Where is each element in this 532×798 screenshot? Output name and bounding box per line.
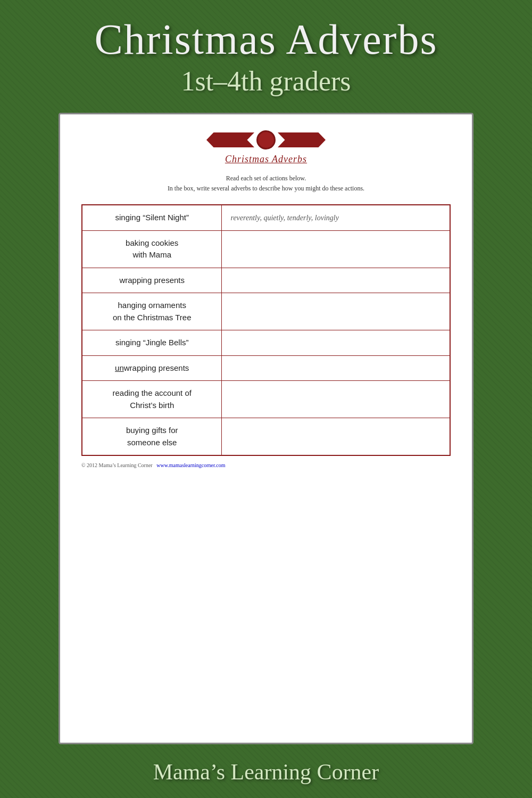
table-row: wrapping presents (82, 268, 450, 293)
table-row: hanging ornamentson the Christmas Tree (82, 293, 450, 330)
bow-knot (256, 130, 276, 149)
action-cell: singing “Jingle Bells” (82, 330, 222, 356)
adverbs-cell (222, 355, 450, 381)
adverbs-cell: reverently, quietly, tenderly, lovingly (222, 205, 450, 230)
action-cell: reading the account ofChrist’s birth (82, 381, 222, 418)
action-cell: hanging ornamentson the Christmas Tree (82, 293, 222, 330)
table-row: baking cookieswith Mama (82, 230, 450, 268)
table-row: singing “Jingle Bells” (82, 330, 450, 356)
action-cell: baking cookieswith Mama (82, 230, 222, 268)
adverbs-cell (222, 268, 450, 293)
table-row: unwrapping presents (82, 355, 450, 381)
adverbs-cell (222, 418, 450, 456)
adverbs-cell (222, 230, 450, 268)
header: Christmas Adverbs 1st–4th graders (0, 0, 532, 107)
page-title: Christmas Adverbs (11, 16, 521, 63)
instruction-line1: Read each set of actions below. (226, 174, 306, 182)
bow-decoration (206, 130, 326, 149)
table-row: reading the account ofChrist’s birth (82, 381, 450, 418)
adverbs-cell (222, 381, 450, 418)
page-subtitle: 1st–4th graders (11, 65, 521, 97)
action-cell: unwrapping presents (82, 355, 222, 381)
instructions: Read each set of actions below. In the b… (168, 173, 364, 194)
bottom-banner: Mama’s Learning Corner (0, 750, 532, 798)
document-title: Christmas Adverbs (225, 154, 307, 165)
adverbs-cell (222, 293, 450, 330)
instruction-line2: In the box, write several adverbs to des… (168, 185, 364, 192)
adverbs-table: singing “Silent Night”reverently, quietl… (81, 204, 451, 456)
ribbon-left (206, 132, 254, 147)
action-cell: wrapping presents (82, 268, 222, 293)
action-cell: buying gifts forsomeone else (82, 418, 222, 456)
website-link[interactable]: www.mamaslearningcorner.com (156, 462, 225, 468)
paper-container: Christmas Adverbs Read each set of actio… (59, 113, 473, 744)
copyright-text: © 2012 Mama’s Learning Corner (81, 462, 153, 468)
bottom-banner-text: Mama’s Learning Corner (5, 759, 527, 785)
ribbon-right (278, 132, 326, 147)
table-row: buying gifts forsomeone else (82, 418, 450, 456)
adverbs-cell (222, 330, 450, 356)
footer: © 2012 Mama’s Learning Corner www.mamasl… (81, 462, 451, 468)
action-cell: singing “Silent Night” (82, 205, 222, 230)
table-row: singing “Silent Night”reverently, quietl… (82, 205, 450, 230)
